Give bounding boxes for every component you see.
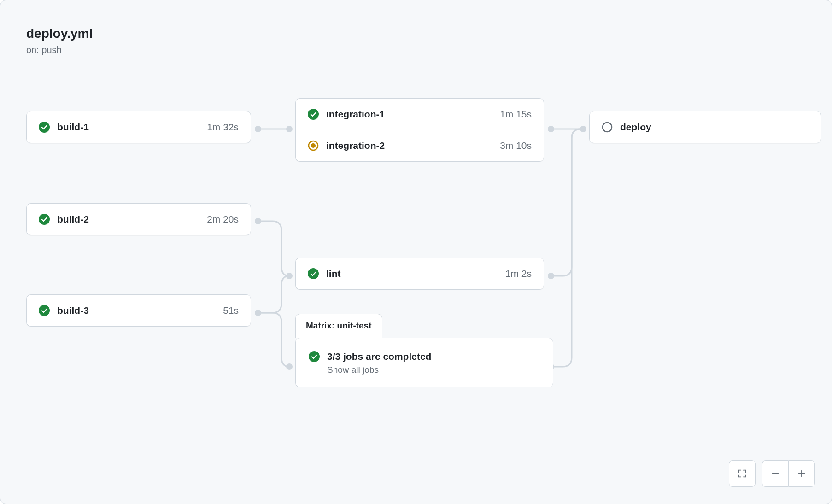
job-row-integration-2[interactable]: integration-2 3m 10s <box>296 130 544 161</box>
job-row[interactable]: build-3 51s <box>27 295 251 326</box>
workflow-file-name: deploy.yml <box>26 26 93 41</box>
svg-point-2 <box>255 218 261 224</box>
svg-point-6 <box>548 126 554 132</box>
job-name: integration-1 <box>326 109 385 120</box>
zoom-in-button[interactable] <box>788 460 815 487</box>
success-icon <box>39 305 50 316</box>
job-card-build-1[interactable]: build-1 1m 32s <box>26 111 251 143</box>
job-name: integration-2 <box>326 140 385 151</box>
fullscreen-icon <box>737 469 747 479</box>
viewport-controls <box>729 460 815 487</box>
success-icon <box>308 109 319 120</box>
svg-point-9 <box>580 126 586 132</box>
matrix-card[interactable]: 3/3 jobs are completed Show all jobs <box>295 338 553 387</box>
svg-point-16 <box>308 268 319 279</box>
job-duration: 1m 15s <box>500 109 532 120</box>
job-group-integration: integration-1 1m 15s integration-2 3m 10… <box>295 98 544 162</box>
matrix-show-all-link[interactable]: Show all jobs <box>327 365 540 375</box>
svg-point-3 <box>255 310 261 316</box>
workflow-trigger: on: push <box>26 45 93 55</box>
workflow-header: deploy.yml on: push <box>26 26 93 55</box>
fullscreen-button[interactable] <box>729 460 756 487</box>
job-name: lint <box>326 268 341 279</box>
job-duration: 1m 2s <box>505 268 532 279</box>
job-row[interactable]: lint 1m 2s <box>296 258 544 289</box>
job-name: build-3 <box>57 305 89 316</box>
job-duration: 3m 10s <box>500 140 532 151</box>
svg-point-15 <box>311 143 316 148</box>
svg-point-7 <box>548 273 554 279</box>
job-duration: 1m 32s <box>207 122 239 133</box>
svg-point-1 <box>286 126 293 132</box>
svg-point-0 <box>255 126 261 132</box>
job-row-integration-1[interactable]: integration-1 1m 15s <box>296 99 544 130</box>
job-duration: 51s <box>223 305 239 316</box>
matrix-tab-label: Matrix: unit-test <box>306 321 372 330</box>
job-card-build-3[interactable]: build-3 51s <box>26 294 251 327</box>
pending-icon <box>602 122 613 133</box>
job-name: build-1 <box>57 122 89 133</box>
success-icon <box>39 214 50 225</box>
job-name: deploy <box>620 122 651 133</box>
svg-point-4 <box>286 273 293 279</box>
svg-point-12 <box>39 305 50 316</box>
success-icon <box>308 268 319 279</box>
job-row[interactable]: build-2 2m 20s <box>27 204 251 235</box>
svg-point-10 <box>39 122 50 133</box>
job-card-deploy[interactable]: deploy <box>589 111 821 143</box>
success-icon <box>39 122 50 133</box>
workflow-graph-canvas: deploy.yml on: push <box>0 0 832 504</box>
job-name: build-2 <box>57 214 89 225</box>
zoom-out-button[interactable] <box>762 460 788 487</box>
graph-edges <box>0 0 832 504</box>
matrix-summary: 3/3 jobs are completed <box>327 351 431 362</box>
job-duration: 2m 20s <box>207 214 239 225</box>
success-icon <box>309 351 320 362</box>
plus-icon <box>797 469 807 479</box>
job-row[interactable]: deploy <box>590 111 821 143</box>
svg-point-5 <box>286 363 293 370</box>
svg-point-18 <box>603 123 612 132</box>
job-row[interactable]: build-1 1m 32s <box>27 111 251 143</box>
job-card-build-2[interactable]: build-2 2m 20s <box>26 203 251 235</box>
running-icon <box>308 140 319 151</box>
svg-point-17 <box>309 351 320 362</box>
job-card-lint[interactable]: lint 1m 2s <box>295 258 544 290</box>
svg-point-13 <box>308 109 319 120</box>
matrix-tab[interactable]: Matrix: unit-test <box>295 314 382 338</box>
minus-icon <box>770 469 780 479</box>
svg-point-11 <box>39 214 50 225</box>
